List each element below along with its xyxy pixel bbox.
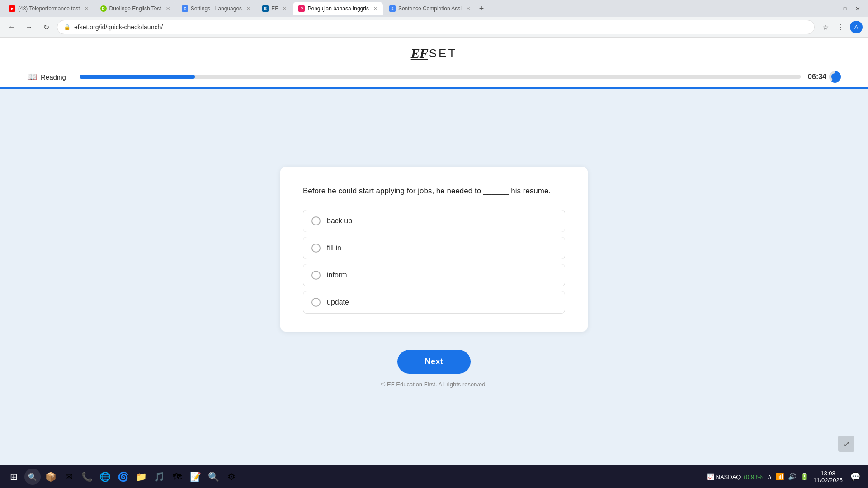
next-btn-row: Next [397,350,470,374]
option-label-fill-in: fill in [327,244,341,252]
progress-bar-fill [80,75,195,79]
timer-circle [829,71,841,83]
volume-icon[interactable]: 🔊 [788,473,797,481]
url-text: efset.org/id/quick-check/launch/ [74,23,163,31]
option-radio-back-up [311,216,321,225]
tab-pengujian[interactable]: P Pengujian bahasa Inggris ✕ [293,2,382,15]
sys-icons: ∧ 📶 🔊 🔋 [767,473,809,481]
taskbar: ⊞ 🔍 📦 ✉ 📞 🌐 🌀 📁 🎵 🗺 📝 🔍 ⚙ 📈 NASDAQ +0,98… [0,465,868,488]
tab-label-sentence: Sentence Completion Assi [398,5,462,12]
app-content: EF SET 📖 Reading 06:34 Before he could s… [0,38,868,466]
tab-close-ef[interactable]: ✕ [283,6,287,12]
tab-ef[interactable]: E EF ✕ [257,2,292,15]
clock-display[interactable]: 13:08 11/02/2025 [813,470,843,483]
option-radio-update [311,298,321,307]
browser-actions: ☆ ⋮ A [819,21,863,33]
quiz-card: Before he could start applying for jobs,… [280,167,588,332]
logo-set: SET [429,47,458,61]
stock-up-arrow-icon: 📈 [707,473,714,480]
bookmark-icon[interactable]: ☆ [819,21,832,33]
logo-ef: EF [411,46,428,61]
option-back-up[interactable]: back up [303,210,565,232]
book-icon: 📖 [27,72,37,82]
timer-display: 06:34 [808,71,841,83]
tab-close-settings[interactable]: ✕ [246,6,250,12]
taskbar-dropbox-icon[interactable]: 📦 [42,469,59,485]
option-radio-inform [311,271,321,280]
next-button[interactable]: Next [397,350,470,374]
search-button[interactable]: 🔍 [24,469,41,485]
footer-copyright: © EF Education First. All rights reserve… [381,381,487,388]
security-lock-icon: 🔒 [64,24,71,30]
wifi-icon[interactable]: 📶 [776,473,784,481]
new-tab-button[interactable]: + [475,2,488,15]
tab-label-settings: Settings - Languages [191,5,242,12]
stock-change: +0,98% [742,474,762,480]
taskbar-chrome-icon[interactable]: 🌐 [97,469,113,485]
main-area: Before he could start applying for jobs,… [0,89,868,466]
clock-date: 11/02/2025 [813,477,843,483]
taskbar-edge-icon[interactable]: 🌀 [115,469,131,485]
section-label: 📖 Reading [27,72,72,82]
stock-label: NASDAQ [716,474,741,480]
address-bar[interactable]: 🔒 efset.org/id/quick-check/launch/ [57,20,815,34]
options-list: back up fill in inform update [303,210,565,314]
option-label-back-up: back up [327,217,352,225]
progress-row: 📖 Reading 06:34 [0,66,868,87]
maximize-button[interactable]: □ [840,4,850,14]
stock-indicator: 📈 NASDAQ +0,98% [707,473,763,480]
tab-favicon-settings: ⚙ [182,5,188,12]
tab-label-pengujian: Pengujian bahasa Inggris [307,5,368,12]
option-fill-in[interactable]: fill in [303,237,565,259]
taskbar-settings-icon[interactable]: ⚙ [223,469,240,485]
taskbar-files-icon[interactable]: 📁 [133,469,149,485]
expand-icon[interactable]: ⤢ [838,436,854,452]
taskbar-sys-area: 📈 NASDAQ +0,98% ∧ 📶 🔊 🔋 13:08 11/02/2025… [707,469,863,485]
clock-time: 13:08 [813,470,843,477]
option-update[interactable]: update [303,291,565,314]
app-header: EF SET 📖 Reading 06:34 [0,38,868,89]
browser-chrome: ▶ (48) Teleperformance test ✕ D Duolingo… [0,0,868,38]
tab-close-duolingo[interactable]: ✕ [166,6,170,12]
logo-row: EF SET [411,38,458,66]
option-radio-fill-in [311,244,321,253]
question-text: Before he could start applying for jobs,… [303,185,565,197]
option-label-inform: inform [327,271,347,279]
start-button[interactable]: ⊞ [5,468,23,486]
browser-menu-icon[interactable]: ⋮ [835,21,847,33]
close-button[interactable]: ✕ [853,4,863,14]
taskbar-maps-icon[interactable]: 🗺 [169,469,185,485]
tab-bar: ▶ (48) Teleperformance test ✕ D Duolingo… [0,0,868,17]
battery-icon[interactable]: 🔋 [800,473,809,481]
taskbar-mail-icon[interactable]: ✉ [61,469,77,485]
tab-close-youtube[interactable]: ✕ [85,6,89,12]
tab-settings[interactable]: ⚙ Settings - Languages ✕ [176,2,256,15]
notification-button[interactable]: 💬 [847,469,863,485]
tab-youtube[interactable]: ▶ (48) Teleperformance test ✕ [4,2,94,15]
timer-inner-circle [831,73,839,80]
tab-favicon-ef: E [262,5,269,12]
tab-label-youtube: (48) Teleperformance test [18,5,80,12]
profile-avatar[interactable]: A [850,21,863,33]
tab-favicon-youtube: ▶ [9,5,15,12]
tab-sentence[interactable]: S Sentence Completion Assi ✕ [384,2,474,15]
tab-label-ef: EF [271,5,278,12]
progress-bar-container [80,75,801,79]
taskbar-lens-icon[interactable]: 🔍 [205,469,222,485]
tab-favicon-sentence: S [389,5,396,12]
reload-button[interactable]: ↻ [40,21,52,33]
taskbar-spotify-icon[interactable]: 🎵 [151,469,167,485]
expand-tray-icon[interactable]: ∧ [767,473,772,481]
timer-text: 06:34 [808,73,826,81]
option-inform[interactable]: inform [303,264,565,286]
tab-close-sentence[interactable]: ✕ [466,6,470,12]
tab-duolingo[interactable]: D Duolingo English Test ✕ [95,2,175,15]
tab-close-pengujian[interactable]: ✕ [373,6,377,12]
back-button[interactable]: ← [5,21,18,33]
section-name: Reading [41,73,66,81]
address-bar-row: ← → ↻ 🔒 efset.org/id/quick-check/launch/… [0,17,868,37]
taskbar-phone-icon[interactable]: 📞 [79,469,95,485]
minimize-button[interactable]: ─ [827,4,837,14]
taskbar-notes-icon[interactable]: 📝 [187,469,203,485]
forward-button[interactable]: → [23,21,35,33]
